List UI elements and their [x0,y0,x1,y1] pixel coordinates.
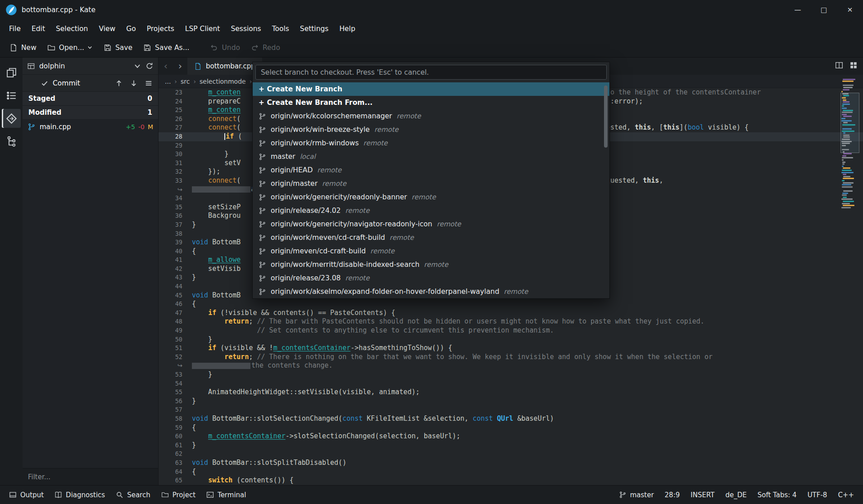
code-line[interactable]: 55 AnimatedHeightWidget::setVisible(visi… [159,388,863,397]
statusbar-search[interactable]: Search [110,486,156,504]
menu-file[interactable]: File [4,20,26,38]
commit-button[interactable]: Commit [41,79,80,87]
code-line[interactable]: ↪the contents change. [159,361,863,370]
git-push-icon[interactable] [115,79,123,87]
menu-projects[interactable]: Projects [141,20,180,38]
code-line[interactable]: 49 // Set contents to anything else to c… [159,326,863,335]
open-button[interactable]: Open... [42,40,98,55]
sidebar-tool-symbols[interactable] [2,86,21,105]
menu-go[interactable]: Go [121,20,141,38]
menu-settings[interactable]: Settings [295,20,334,38]
branch-label: origin/release/24.02 [271,207,341,215]
save-as-button[interactable]: Save As... [138,40,194,55]
code-line[interactable]: 52 return; // There is nothing on the ba… [159,353,863,362]
menu-sessions[interactable]: Sessions [225,20,266,38]
code-line[interactable]: 63void BottomBar::slotSplitTabDisabled() [159,459,863,468]
code-line[interactable]: 58void BottomBar::slotSelectionChanged(c… [159,414,863,423]
breadcrumb-item[interactable]: ... [165,78,171,85]
sidebar-tool-filesystem[interactable] [2,132,21,151]
code-line[interactable]: 64{ [159,468,863,477]
branch-item[interactable]: origin/work/kcolorschememanagerremote [253,109,609,123]
refresh-icon[interactable] [145,62,154,70]
branch-icon [619,491,627,499]
branch-item[interactable]: origin/release/23.08remote [253,271,609,285]
code-line[interactable]: 65 switch (contents()) { [159,476,863,485]
branch-item[interactable]: origin/work/meven/cd-craft-buildremote [253,231,609,244]
minimap-line [842,93,849,94]
statusbar-terminal[interactable]: Terminal [201,486,251,504]
code-line[interactable]: 61} [159,441,863,450]
statusbar-dictionary[interactable]: de_DE [720,491,752,499]
history-forward-button[interactable]: › [173,58,187,75]
code-line[interactable]: 59{ [159,423,863,432]
code-line[interactable]: 51 if (visible && !m_contentsContainer->… [159,344,863,353]
branch-item[interactable]: origin/release/24.02remote [253,204,609,217]
minimap-line [841,198,853,200]
code-line[interactable]: 57 [159,405,863,414]
code-line[interactable]: 46{ [159,300,863,309]
history-back-button[interactable]: ‹ [159,58,173,75]
statusbar-project[interactable]: Project [156,486,201,504]
menu-view[interactable]: View [93,20,121,38]
git-menu-icon[interactable] [145,79,153,87]
statusbar-tab-mode[interactable]: Soft Tabs: 4 [752,491,802,499]
branch-item[interactable]: origin/work/genericity/readonly-bannerre… [253,190,609,204]
branch-item[interactable]: origin/work/rmb-windowsremote [253,136,609,150]
branch-item[interactable]: origin/masterremote [253,177,609,190]
menu-edit[interactable]: Edit [26,20,50,38]
minimap[interactable] [840,76,859,484]
branch-item[interactable]: origin/work/genericity/navigator-readonl… [253,217,609,231]
undo-button[interactable]: Undo [205,40,245,55]
maximize-button[interactable]: □ [811,0,837,20]
code-line[interactable]: 62 [159,450,863,459]
save-button[interactable]: Save [99,40,137,55]
code-line[interactable]: 48 return; // The bar with PasteContents… [159,317,863,326]
split-view-button[interactable] [835,61,843,71]
redo-button[interactable]: Redo [246,40,285,55]
git-pull-icon[interactable] [130,79,138,87]
breadcrumb-item[interactable]: src [181,78,190,85]
branch-action-item[interactable]: + Create New Branch From... [253,96,609,109]
statusbar-cursor-position[interactable]: 28:9 [659,491,686,499]
branch-item[interactable]: origin/work/merritt/disable-indexed-sear… [253,258,609,271]
branch-item[interactable]: masterlocal [253,150,609,163]
popup-scrollbar[interactable] [604,86,608,148]
code-line[interactable]: 60 m_contentsContainer->slotSelectionCha… [159,432,863,441]
minimize-button[interactable]: — [785,0,811,20]
filter-input[interactable] [28,473,153,481]
code-line[interactable]: 47 if (!visible && contents() == PasteCo… [159,309,863,318]
modified-file-row[interactable]: main.cpp +5 -0 M [23,120,158,134]
statusbar-diagnostics[interactable]: Diagnostics [49,486,110,504]
branch-action-item[interactable]: + Create New Branch [253,82,609,96]
project-name[interactable]: dolphin [39,62,65,70]
sidebar-tool-git[interactable] [2,109,21,128]
statusbar-input-mode[interactable]: INSERT [685,491,720,499]
window-layout-button[interactable] [849,61,858,71]
new-button[interactable]: New [5,40,41,55]
new-label: New [21,44,36,52]
statusbar-output[interactable]: Output [4,486,49,504]
statusbar-git-branch[interactable]: master [613,491,659,499]
branch-item[interactable]: origin/HEADremote [253,163,609,177]
branch-search-input[interactable] [255,65,607,80]
menu-tools[interactable]: Tools [267,20,295,38]
code-line[interactable]: 56} [159,397,863,406]
sidebar-tool-documents[interactable] [2,63,21,82]
branch-item[interactable]: origin/work/akselmo/expand-folder-on-hov… [253,285,609,298]
tab-bottombar[interactable]: bottombar.cpp [187,58,262,75]
statusbar-highlight-mode[interactable]: C++ [832,491,859,499]
menu-help[interactable]: Help [334,20,360,38]
code-line[interactable]: 53 } [159,370,863,379]
branch-item[interactable]: origin/work/win-breeze-styleremote [253,123,609,136]
close-button[interactable]: ✕ [837,0,863,20]
code-line[interactable]: 50 } [159,335,863,344]
breadcrumb-item[interactable]: selectionmode [200,78,246,85]
menu-selection[interactable]: Selection [50,20,93,38]
statusbar-encoding[interactable]: UTF-8 [802,491,833,499]
line-number: 44 [159,282,187,291]
menu-lsp-client[interactable]: LSP Client [180,20,226,38]
code-line[interactable]: 54 [159,379,863,388]
chevron-down-icon[interactable] [133,62,141,70]
branch-item[interactable]: origin/meven/cd-craft-buildremote [253,244,609,258]
minimap-line [842,186,853,188]
